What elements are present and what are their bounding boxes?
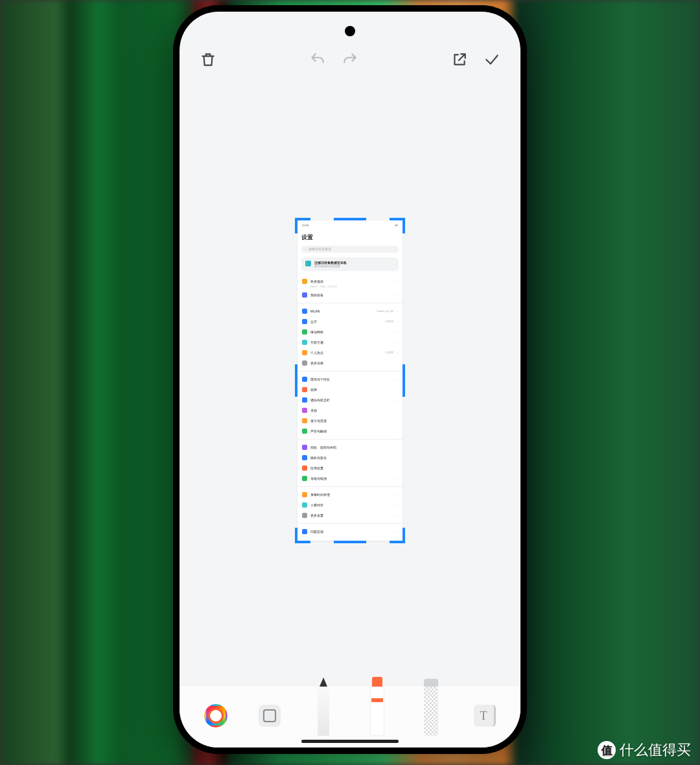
crop-handle-top[interactable]	[334, 218, 366, 220]
row-label: 蓝牙	[310, 320, 382, 324]
search-icon: ⌕	[305, 248, 307, 251]
chevron-right-icon: ›	[397, 445, 398, 449]
crop-selection[interactable]: 22:00 5G 设置 ⌕ 搜索系统设置项 迁移旧设备数据至本机 换壳等设备均支…	[298, 220, 402, 541]
row-icon	[302, 445, 307, 450]
crop-handle-tr[interactable]	[390, 218, 405, 233]
chevron-right-icon: ›	[397, 466, 398, 470]
settings-row: 移动网络›	[301, 327, 399, 337]
text-tool[interactable]: T	[469, 696, 501, 736]
settings-row: 小爱同学›	[301, 500, 399, 510]
chevron-right-icon: ›	[397, 503, 398, 507]
row-label: 科技漫谈	[310, 279, 393, 283]
chevron-right-icon: ›	[397, 279, 398, 283]
group-separator	[298, 523, 402, 524]
row-icon	[302, 429, 307, 434]
migrate-icon	[305, 261, 311, 266]
row-label: 指纹、面部与密码	[310, 445, 393, 449]
row-label: 更多连接	[310, 361, 393, 365]
row-label: 移动网络	[310, 330, 393, 334]
color-picker-tool[interactable]	[200, 696, 232, 736]
settings-row: WLANXiaomi_px_5G›	[301, 306, 399, 316]
crop-handle-tl[interactable]	[295, 218, 310, 233]
settings-row: 互联互通›	[301, 337, 399, 347]
chevron-right-icon: ›	[397, 429, 398, 433]
settings-row: 个人热点已关闭›	[301, 347, 399, 358]
chevron-right-icon: ›	[397, 340, 398, 344]
row-icon	[302, 360, 307, 366]
chevron-right-icon: ›	[397, 309, 398, 313]
settings-row: 桌面›	[301, 405, 399, 416]
chevron-right-icon: ›	[397, 408, 398, 412]
row-label: 我的设备	[310, 293, 393, 297]
chevron-right-icon: ›	[397, 361, 398, 365]
row-label: 更多设置	[310, 513, 393, 517]
undo-button[interactable]	[309, 51, 327, 69]
row-label: 壁纸与个性化	[310, 377, 393, 381]
chevron-right-icon: ›	[397, 493, 398, 497]
group-separator	[298, 371, 402, 371]
row-icon	[302, 455, 307, 460]
banner-subtitle: 换壳等设备均支持迁移	[314, 265, 340, 268]
chevron-right-icon: ›	[397, 377, 398, 381]
editor-toolbar: T	[180, 685, 520, 747]
crop-handle-bl[interactable]	[295, 528, 310, 543]
marker-tool[interactable]	[361, 696, 393, 736]
row-value: 已开启	[386, 320, 393, 323]
chevron-right-icon: ›	[397, 293, 398, 297]
chevron-right-icon: ›	[397, 419, 398, 423]
row-icon	[302, 279, 307, 284]
crop-handle-br[interactable]	[390, 528, 405, 543]
settings-row: 蓝牙已开启›	[301, 316, 399, 327]
row-icon	[302, 387, 307, 392]
phone-frame: 22:00 5G 设置 ⌕ 搜索系统设置项 迁移旧设备数据至本机 换壳等设备均支…	[173, 5, 527, 754]
settings-row: 我的设备›	[301, 290, 399, 300]
home-indicator[interactable]	[301, 740, 399, 743]
row-icon	[302, 319, 307, 324]
row-label: 显示与亮度	[310, 419, 393, 423]
group-separator	[298, 486, 402, 487]
shape-tool[interactable]	[253, 696, 286, 736]
editor-canvas[interactable]: 22:00 5G 设置 ⌕ 搜索系统设置项 迁移旧设备数据至本机 换壳等设备均支…	[180, 75, 520, 685]
row-icon	[302, 492, 307, 497]
chevron-right-icon: ›	[397, 513, 398, 517]
share-button[interactable]	[450, 51, 469, 69]
row-label: 隐私与安全	[310, 456, 393, 460]
row-icon	[302, 476, 307, 481]
row-label: 互联互通	[310, 340, 393, 344]
row-icon	[302, 309, 307, 314]
group-separator	[298, 439, 402, 440]
row-icon	[302, 397, 307, 403]
row-label: 屏幕时间管理	[310, 493, 393, 497]
row-label: 声音与触感	[310, 429, 393, 433]
row-icon	[302, 292, 307, 298]
settings-row: 问题反馈›	[301, 526, 399, 537]
settings-search: ⌕ 搜索系统设置项	[301, 246, 399, 253]
watermark: 值 什么值得买	[598, 740, 691, 760]
row-icon	[302, 418, 307, 423]
settings-row: 通知与状态栏›	[301, 395, 399, 405]
group-separator	[298, 303, 402, 303]
row-value: 已关闭	[386, 351, 393, 354]
settings-row: 更多设置›	[301, 510, 399, 521]
row-icon	[302, 329, 307, 335]
row-label: 个人热点	[310, 351, 382, 355]
chevron-right-icon: ›	[397, 388, 398, 392]
eraser-tool[interactable]	[415, 696, 447, 736]
crop-handle-bottom[interactable]	[334, 541, 366, 543]
row-icon	[302, 513, 307, 518]
done-button[interactable]	[483, 51, 501, 69]
crop-handle-right[interactable]	[402, 364, 405, 397]
row-label: 省电与电池	[310, 477, 393, 480]
crop-handle-left[interactable]	[295, 364, 298, 397]
front-camera	[345, 26, 355, 36]
row-label: 小爱同学	[310, 503, 393, 507]
settings-row: 锁屏›	[301, 384, 399, 395]
settings-row: 应用设置›	[301, 463, 399, 473]
delete-button[interactable]	[199, 51, 217, 69]
fountain-pen-tool[interactable]	[307, 696, 340, 736]
settings-row: 声音与触感›	[301, 426, 399, 436]
redo-button[interactable]	[341, 51, 359, 69]
chevron-right-icon: ›	[397, 330, 398, 334]
chevron-right-icon: ›	[397, 398, 398, 402]
chevron-right-icon: ›	[397, 477, 398, 480]
